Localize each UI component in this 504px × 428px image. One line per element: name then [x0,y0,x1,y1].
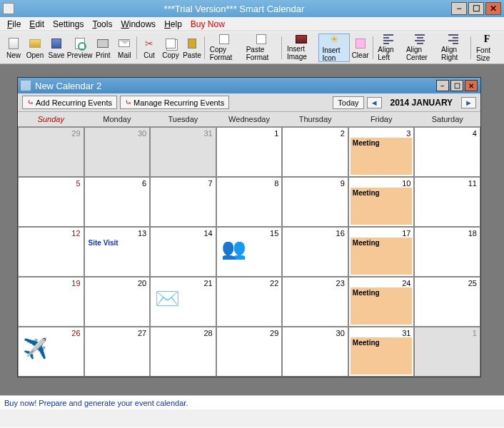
insert-image-icon [296,35,307,44]
calendar-cell[interactable]: 12 [18,227,84,277]
print-icon [97,39,109,48]
add-recurring-events-button[interactable]: ⤿Add Recurring Events [22,96,117,109]
document-minimize-button[interactable]: − [436,80,449,91]
calendar-cell[interactable]: 19 [18,277,84,327]
day-header-thursday: Thursday [282,112,348,126]
new-icon [9,38,19,49]
calendar-cell[interactable]: 21✉️ [150,277,216,327]
toolbar-print-button[interactable]: Print [92,34,114,62]
day-number: 4 [473,129,477,138]
menu-file[interactable]: File [3,18,25,31]
calendar-event[interactable]: Meeting [351,188,413,225]
document-close-button[interactable]: ✕ [465,80,478,91]
toolbar-clear-button[interactable]: Clear [350,34,371,62]
calendar-cell[interactable]: 4 [414,127,480,177]
align-center-icon [415,34,425,44]
toolbar-paste-button[interactable]: Paste [181,34,203,62]
calendar-cell[interactable]: 20 [84,277,151,327]
calendar-cell[interactable]: 14 [150,227,216,277]
day-number: 9 [341,179,345,188]
calendar-cell[interactable]: 2 [282,127,348,177]
envelope-icon: ✉️ [155,289,180,309]
toolbar-insert-image-button[interactable]: Insert Image [283,34,318,62]
manage-recurring-events-button[interactable]: ⤿Manage Recurring Events [120,96,229,109]
mail-icon [119,39,130,47]
toolbar-align-right-button[interactable]: Align Right [438,34,469,62]
calendar-cell[interactable]: 30 [282,327,348,377]
window-maximize-button[interactable]: ☐ [468,2,484,15]
calendar-cell[interactable]: 30 [84,127,151,177]
day-number: 7 [208,179,213,188]
toolbar-new-button[interactable]: New [3,34,24,62]
toolbar-mail-button[interactable]: Mail [114,34,135,62]
calendar-cell[interactable]: 11 [414,177,480,227]
calendar-cell[interactable]: 16 [282,227,348,277]
toolbar-align-center-button[interactable]: Align Center [403,34,438,62]
calendar-cell[interactable]: 25 [414,277,480,327]
toolbar-open-button[interactable]: Open [24,34,46,62]
calendar-cell[interactable]: 5 [18,177,84,227]
calendar-cell[interactable]: 24Meeting [348,277,415,327]
calendar-cell[interactable]: 28 [150,327,216,377]
calendar-cell[interactable]: 18 [414,227,480,277]
calendar-cell[interactable]: 22 [216,277,283,327]
save-icon [51,39,61,49]
day-number: 30 [336,329,345,337]
day-number: 12 [71,229,80,238]
statusbar [0,409,504,427]
window-minimize-button[interactable]: − [451,2,467,15]
day-number: 2 [341,129,345,138]
toolbar-cut-button[interactable]: ✂Cut [138,34,160,62]
calendar-cell[interactable]: 27 [84,327,151,377]
menu-windows[interactable]: Windows [116,18,160,31]
calendar-cell[interactable]: 26✈️ [18,327,84,377]
menu-tools[interactable]: Tools [88,18,116,31]
menu-buy-now[interactable]: Buy Now [186,18,229,31]
calendar-cell[interactable]: 17Meeting [348,227,415,277]
toolbar-preview-button[interactable]: Preview [67,34,92,62]
calendar-cell[interactable]: 29 [216,327,283,377]
calendar-cell[interactable]: 29 [18,127,84,177]
window-close-button[interactable]: ✕ [485,2,501,15]
calendar-cell[interactable]: 9 [282,177,348,227]
toolbar-copy-button[interactable]: Copy [160,34,181,62]
people-icon: 👥 [221,239,246,259]
calendar-cell[interactable]: 23 [282,277,348,327]
buy-now-footer[interactable]: Buy now! Prepare and generate your event… [0,395,504,409]
calendar-cell[interactable]: 1 [216,127,283,177]
calendar-cell[interactable]: 31 [150,127,216,177]
calendar-cell[interactable]: 3Meeting [348,127,415,177]
calendar-cell[interactable]: 1 [414,327,480,377]
align-right-icon [448,34,458,44]
calendar-event[interactable]: Meeting [351,238,413,275]
calendar-event[interactable]: Meeting [351,337,413,374]
toolbar-align-left-button[interactable]: Align Left [374,34,403,62]
day-number: 22 [270,279,278,287]
calendar-cell[interactable]: 6 [84,177,151,227]
day-number: 14 [203,229,212,238]
copy-icon [166,39,176,49]
calendar-cell[interactable]: 31Meeting [348,327,415,377]
menu-edit[interactable]: Edit [25,18,49,31]
calendar-cell[interactable]: 10Meeting [348,177,415,227]
clear-icon [356,39,366,49]
calendar-event[interactable]: Meeting [351,287,413,325]
calendar-event[interactable]: Site Visit [86,238,148,275]
calendar-cell[interactable]: 8 [216,177,283,227]
toolbar-insert-icon-button[interactable]: ☀Insert Icon [318,34,349,62]
menu-help[interactable]: Help [160,18,186,31]
prev-month-button[interactable]: ◄ [367,97,382,108]
day-number: 15 [270,229,278,238]
menu-settings[interactable]: Settings [49,18,88,31]
calendar-cell[interactable]: 7 [150,177,216,227]
document-maximize-button[interactable]: ☐ [450,80,463,91]
toolbar-font-size-button[interactable]: FFont Size [473,34,501,62]
next-month-button[interactable]: ► [461,97,476,108]
calendar-cell[interactable]: 15👥 [216,227,283,277]
today-button[interactable]: Today [333,96,363,109]
toolbar-save-button[interactable]: Save [46,34,67,62]
toolbar-paste-format-button[interactable]: Paste Format [243,34,281,62]
calendar-cell[interactable]: 13Site Visit [84,227,151,277]
toolbar-copy-format-button[interactable]: Copy Format [206,34,243,62]
calendar-event[interactable]: Meeting [351,138,413,175]
